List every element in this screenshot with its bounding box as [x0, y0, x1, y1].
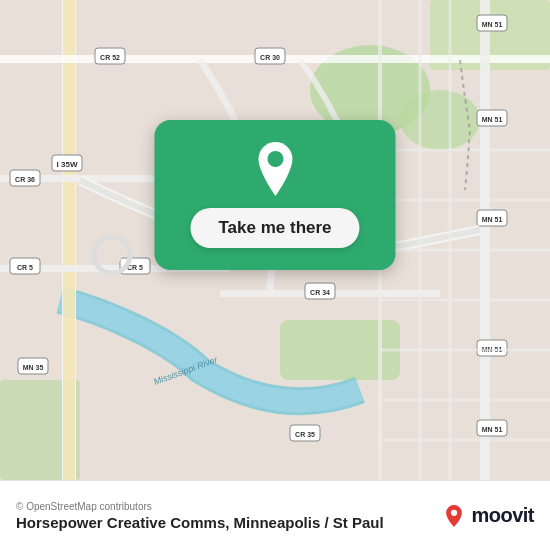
svg-rect-16: [480, 0, 490, 480]
svg-text:CR 30: CR 30: [260, 54, 280, 61]
moovit-pin-icon: [443, 505, 465, 527]
svg-text:MN 51: MN 51: [482, 426, 503, 433]
svg-text:MN 35: MN 35: [23, 364, 44, 371]
svg-text:CR 35: CR 35: [295, 431, 315, 438]
svg-point-55: [451, 509, 457, 515]
svg-text:CR 34: CR 34: [310, 289, 330, 296]
map-container: Mississippi River I 35W CR 52 CR 30 MN 5…: [0, 0, 550, 480]
location-pin-icon: [253, 142, 297, 196]
svg-text:CR 36: CR 36: [15, 176, 35, 183]
svg-text:MN 51: MN 51: [482, 216, 503, 223]
popup-card: Take me there: [154, 120, 395, 270]
svg-text:I 35W: I 35W: [57, 160, 78, 169]
svg-point-2: [400, 90, 480, 150]
take-me-there-button[interactable]: Take me there: [190, 208, 359, 248]
svg-text:CR 52: CR 52: [100, 54, 120, 61]
bottom-left: © OpenStreetMap contributors Horsepower …: [16, 501, 384, 531]
svg-rect-8: [63, 0, 75, 480]
svg-point-53: [102, 245, 122, 265]
svg-point-54: [267, 151, 283, 167]
osm-credit: © OpenStreetMap contributors: [16, 501, 384, 512]
svg-text:MN 51: MN 51: [482, 116, 503, 123]
moovit-text: moovit: [471, 504, 534, 527]
moovit-logo: moovit: [443, 504, 534, 527]
bottom-bar: © OpenStreetMap contributors Horsepower …: [0, 480, 550, 550]
svg-text:CR 5: CR 5: [17, 264, 33, 271]
svg-text:MN 51: MN 51: [482, 21, 503, 28]
location-title: Horsepower Creative Comms, Minneapolis /…: [16, 514, 384, 531]
